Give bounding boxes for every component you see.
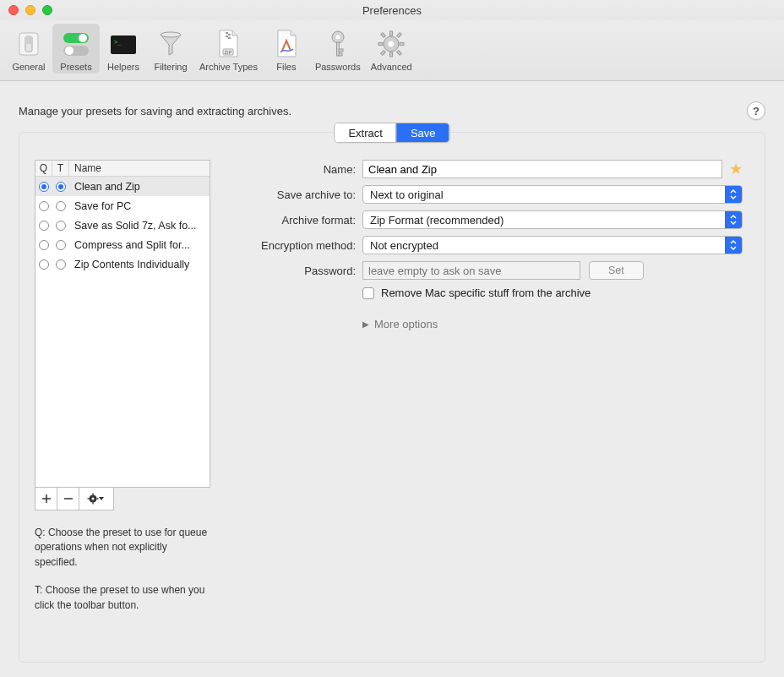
- svg-rect-24: [390, 52, 393, 57]
- svg-point-17: [335, 35, 340, 40]
- svg-text:ZIP: ZIP: [225, 50, 232, 55]
- password-input[interactable]: [362, 261, 580, 280]
- preset-name: Zip Contents Individually: [69, 259, 210, 270]
- toolbar-radio[interactable]: [56, 182, 66, 192]
- tab-label: Files: [276, 62, 296, 72]
- svg-rect-19: [339, 49, 343, 52]
- toolbar-radio[interactable]: [56, 259, 66, 270]
- tab-label: Presets: [60, 62, 91, 72]
- svg-point-9: [161, 32, 181, 37]
- help-button[interactable]: ?: [747, 101, 765, 120]
- save-to-select[interactable]: Next to original: [362, 185, 743, 204]
- svg-rect-33: [92, 503, 93, 505]
- preset-row[interactable]: Clean and Zip: [35, 177, 210, 196]
- preset-list-header: Q T Name: [35, 161, 210, 177]
- tab-general[interactable]: General: [5, 24, 52, 74]
- remove-mac-checkbox[interactable]: [362, 287, 374, 299]
- tab-passwords[interactable]: Passwords: [310, 24, 366, 74]
- content-area: Manage your presets for saving and extra…: [0, 81, 784, 677]
- svg-point-36: [92, 498, 95, 500]
- svg-rect-27: [381, 33, 386, 38]
- mode-segmented-control: Extract Save: [334, 123, 449, 143]
- funnel-icon: [152, 27, 189, 61]
- svg-rect-35: [97, 498, 99, 499]
- archive-format-select[interactable]: Zip Format (recommended): [362, 210, 743, 229]
- segment-save[interactable]: Save: [396, 123, 449, 142]
- svg-text:>_: >_: [114, 39, 122, 46]
- encryption-value: Not encrypted: [363, 239, 725, 252]
- tab-archive-types[interactable]: ZIP Archive Types: [194, 24, 263, 74]
- svg-rect-26: [400, 43, 404, 46]
- window-controls: [8, 5, 52, 15]
- tab-filtering[interactable]: Filtering: [147, 24, 194, 74]
- svg-rect-32: [92, 494, 93, 495]
- hint-toolbar: T: Choose the preset to use when you cli…: [35, 583, 212, 613]
- queue-radio[interactable]: [39, 221, 49, 231]
- preset-list-toolbar: [35, 488, 114, 510]
- favorite-star-icon[interactable]: ★: [729, 160, 743, 178]
- tab-files[interactable]: Files: [263, 24, 310, 74]
- archive-format-value: Zip Format (recommended): [363, 214, 725, 227]
- tab-label: Helpers: [107, 62, 139, 72]
- preset-list: Q T Name Clean and ZipSave for PCSave as…: [35, 160, 210, 488]
- column-header-t[interactable]: T: [52, 161, 69, 176]
- preset-row[interactable]: Save as Solid 7z, Ask fo...: [35, 216, 210, 235]
- remove-preset-button[interactable]: [57, 488, 79, 510]
- svg-rect-20: [339, 53, 342, 56]
- toolbar-radio[interactable]: [56, 240, 66, 250]
- zoom-window-button[interactable]: [42, 5, 52, 15]
- preset-name: Save as Solid 7z, Ask fo...: [69, 220, 210, 232]
- tab-label: Filtering: [154, 62, 187, 72]
- terminal-icon: >_: [105, 27, 142, 61]
- encryption-select[interactable]: Not encrypted: [362, 236, 743, 254]
- svg-rect-30: [397, 51, 402, 56]
- segment-extract[interactable]: Extract: [335, 123, 395, 142]
- close-window-button[interactable]: [8, 5, 19, 15]
- queue-radio[interactable]: [39, 259, 49, 270]
- tab-advanced[interactable]: Advanced: [366, 24, 417, 74]
- queue-radio[interactable]: [39, 240, 49, 250]
- tab-label: Advanced: [371, 62, 412, 72]
- toggles-icon: [57, 27, 95, 61]
- tab-label: Archive Types: [199, 62, 258, 72]
- svg-rect-12: [226, 35, 228, 37]
- zip-file-icon: ZIP: [210, 27, 247, 61]
- tab-presets[interactable]: Presets: [52, 24, 100, 74]
- svg-rect-13: [228, 37, 231, 39]
- minimize-window-button[interactable]: [25, 5, 35, 15]
- column-header-q[interactable]: Q: [35, 161, 52, 176]
- svg-rect-11: [228, 34, 231, 35]
- toolbar-radio[interactable]: [56, 201, 66, 211]
- toolbar-radio[interactable]: [56, 221, 66, 231]
- tab-label: Passwords: [315, 62, 361, 72]
- preset-name-input[interactable]: [362, 160, 722, 178]
- preset-row[interactable]: Zip Contents Individually: [35, 254, 210, 274]
- add-preset-button[interactable]: [35, 488, 57, 510]
- preset-actions-menu[interactable]: [79, 488, 113, 510]
- queue-radio[interactable]: [39, 182, 49, 192]
- preset-row[interactable]: Compress and Split for...: [35, 235, 210, 254]
- svg-rect-10: [226, 32, 228, 34]
- label-password: Password:: [227, 265, 362, 277]
- more-options-disclosure[interactable]: ▶ More options: [362, 318, 743, 330]
- label-format: Archive format:: [227, 214, 362, 227]
- disclosure-triangle-icon: ▶: [362, 319, 369, 329]
- presets-panel: Extract Save Q T Name Clean and ZipSave …: [19, 132, 765, 663]
- more-options-label: More options: [374, 318, 438, 330]
- label-name: Name:: [227, 163, 362, 176]
- page-subtitle: Manage your presets for saving and extra…: [19, 105, 747, 117]
- remove-mac-label: Remove Mac specific stuff from the archi…: [381, 287, 591, 299]
- svg-point-4: [79, 34, 87, 42]
- gear-icon: [373, 27, 410, 61]
- preset-name: Compress and Split for...: [69, 239, 210, 251]
- tab-helpers[interactable]: >_ Helpers: [100, 24, 147, 74]
- label-save-to: Save archive to:: [227, 188, 362, 201]
- preset-row[interactable]: Save for PC: [35, 196, 210, 216]
- svg-rect-23: [390, 31, 393, 35]
- window-title: Preferences: [362, 4, 422, 17]
- column-header-name[interactable]: Name: [69, 161, 210, 176]
- preferences-toolbar: General Presets >_ Helpers: [0, 20, 784, 81]
- queue-radio[interactable]: [39, 201, 49, 211]
- preset-name: Save for PC: [69, 200, 210, 212]
- set-password-button[interactable]: Set: [589, 261, 644, 280]
